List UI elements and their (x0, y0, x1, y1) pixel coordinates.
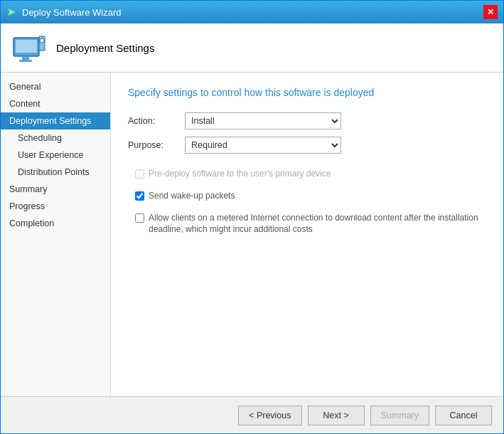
sidebar-item-scheduling[interactable]: Scheduling (1, 129, 110, 147)
options-area: Pre-deploy software to the user's primar… (128, 168, 486, 235)
purpose-label: Purpose: (128, 140, 185, 150)
wakeup-label: Send wake-up packets (149, 190, 235, 202)
purpose-select[interactable]: Required Available (185, 137, 341, 154)
title-bar-left: ➤ Deploy Software Wizard (6, 6, 121, 18)
header-title: Deployment Settings (56, 42, 154, 54)
sidebar-item-general[interactable]: General (1, 78, 110, 95)
body: General Content Deployment Settings Sche… (1, 73, 503, 396)
deployment-icon (12, 31, 46, 65)
header-section: Deployment Settings (1, 23, 503, 73)
nav-icon: ➤ (6, 6, 18, 18)
window-title: Deploy Software Wizard (22, 7, 121, 18)
sidebar-item-progress[interactable]: Progress (1, 198, 110, 215)
close-button[interactable]: ✕ (483, 5, 498, 19)
svg-rect-2 (22, 56, 29, 60)
svg-rect-1 (16, 40, 37, 53)
action-select[interactable]: Install Uninstall (185, 112, 341, 129)
sidebar-item-deployment-settings[interactable]: Deployment Settings (1, 112, 110, 129)
metered-row: Allow clients on a metered Internet conn… (135, 212, 486, 236)
content-title: Specify settings to control how this sof… (128, 87, 486, 98)
previous-button[interactable]: < Previous (238, 406, 301, 425)
purpose-row: Purpose: Required Available (128, 137, 486, 154)
sidebar: General Content Deployment Settings Sche… (1, 73, 111, 396)
action-row: Action: Install Uninstall (128, 112, 486, 129)
footer: < Previous Next > Summary Cancel (1, 396, 503, 433)
main-window: ➤ Deploy Software Wizard ✕ Deployment Se… (0, 0, 504, 434)
predeploy-checkbox[interactable] (135, 169, 144, 179)
summary-button[interactable]: Summary (370, 406, 429, 425)
svg-rect-3 (19, 60, 32, 62)
wakeup-row: Send wake-up packets (135, 190, 486, 202)
metered-label: Allow clients on a metered Internet conn… (149, 212, 486, 236)
sidebar-item-completion[interactable]: Completion (1, 215, 110, 232)
sidebar-item-user-experience[interactable]: User Experience (1, 147, 110, 164)
predeploy-row: Pre-deploy software to the user's primar… (135, 168, 486, 180)
sidebar-item-distribution-points[interactable]: Distribution Points (1, 164, 110, 181)
action-label: Action: (128, 116, 185, 126)
predeploy-label: Pre-deploy software to the user's primar… (149, 168, 331, 180)
sidebar-item-content[interactable]: Content (1, 95, 110, 112)
next-button[interactable]: Next > (308, 406, 365, 425)
metered-checkbox[interactable] (135, 213, 144, 223)
title-bar: ➤ Deploy Software Wizard ✕ (1, 1, 503, 23)
wakeup-checkbox[interactable] (135, 191, 144, 201)
svg-point-5 (40, 38, 44, 43)
content-area: Specify settings to control how this sof… (111, 73, 503, 396)
cancel-button[interactable]: Cancel (435, 406, 492, 425)
sidebar-item-summary[interactable]: Summary (1, 181, 110, 198)
